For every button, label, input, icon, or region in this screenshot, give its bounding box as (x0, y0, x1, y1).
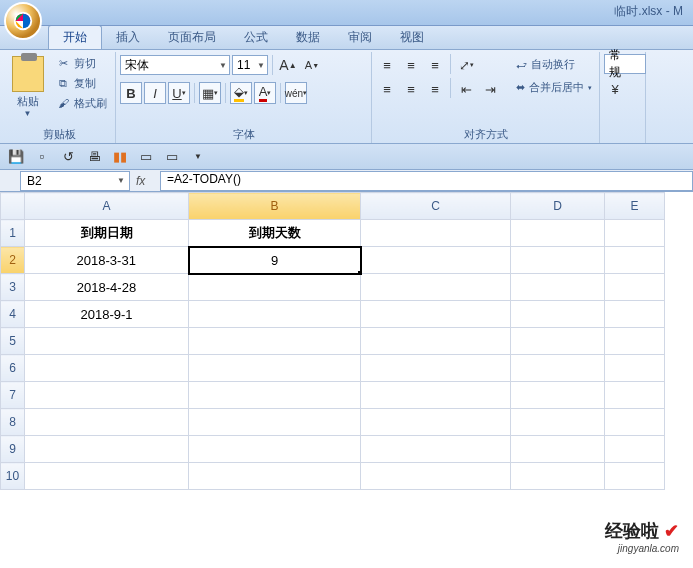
align-center-button[interactable]: ≡ (400, 78, 422, 100)
cell-B3[interactable] (189, 274, 361, 301)
tab-review[interactable]: 审阅 (334, 26, 386, 49)
cell-D7[interactable] (511, 382, 605, 409)
qat-button[interactable]: ↺ (58, 147, 78, 167)
select-all-corner[interactable] (1, 193, 25, 220)
cell-D8[interactable] (511, 409, 605, 436)
fill-color-button[interactable]: ⬙▾ (230, 82, 252, 104)
cell-B7[interactable] (189, 382, 361, 409)
cell-C4[interactable] (361, 301, 511, 328)
col-header-A[interactable]: A (25, 193, 189, 220)
tab-formula[interactable]: 公式 (230, 26, 282, 49)
cell-A2[interactable]: 2018-3-31 (25, 247, 189, 274)
row-header-10[interactable]: 10 (1, 463, 25, 490)
cell-B8[interactable] (189, 409, 361, 436)
qat-misc-button[interactable]: ▭ (136, 147, 156, 167)
print-button[interactable]: 🖶 (84, 147, 104, 167)
cell-A8[interactable] (25, 409, 189, 436)
cell-A6[interactable] (25, 355, 189, 382)
row-header-6[interactable]: 6 (1, 355, 25, 382)
borders-button[interactable]: ▦▾ (199, 82, 221, 104)
cell-B9[interactable] (189, 436, 361, 463)
decrease-indent-button[interactable]: ⇤ (455, 78, 477, 100)
cell-E1[interactable] (605, 220, 665, 247)
increase-indent-button[interactable]: ⇥ (479, 78, 501, 100)
cell-D1[interactable] (511, 220, 605, 247)
cell-B10[interactable] (189, 463, 361, 490)
cell-E5[interactable] (605, 328, 665, 355)
cell-D6[interactable] (511, 355, 605, 382)
cell-E8[interactable] (605, 409, 665, 436)
cell-B2[interactable]: 9 (189, 247, 361, 274)
wrap-text-button[interactable]: ⮐自动换行 (511, 54, 597, 75)
align-left-button[interactable]: ≡ (376, 78, 398, 100)
qat-misc2-button[interactable]: ▭ (162, 147, 182, 167)
cell-A1[interactable]: 到期日期 (25, 220, 189, 247)
worksheet-grid[interactable]: A B C D E 1 到期日期 到期天数 2 2018-3-31 9 3 20… (0, 192, 693, 490)
cell-E7[interactable] (605, 382, 665, 409)
cell-B1[interactable]: 到期天数 (189, 220, 361, 247)
align-middle-button[interactable]: ≡ (400, 54, 422, 76)
font-color-button[interactable]: A▾ (254, 82, 276, 104)
fx-icon[interactable]: fx (136, 174, 154, 188)
shrink-font-button[interactable]: A▼ (301, 54, 323, 76)
grow-font-button[interactable]: A▲ (277, 54, 299, 76)
cell-E2[interactable] (605, 247, 665, 274)
merge-center-button[interactable]: ⬌合并后居中▾ (511, 77, 597, 98)
align-bottom-button[interactable]: ≡ (424, 54, 446, 76)
save-button[interactable]: 💾 (6, 147, 26, 167)
row-header-2[interactable]: 2 (1, 247, 25, 274)
paste-button[interactable]: 粘贴 ▼ (8, 54, 47, 126)
row-header-1[interactable]: 1 (1, 220, 25, 247)
cell-A7[interactable] (25, 382, 189, 409)
font-name-combo[interactable]: 宋体▼ (120, 55, 230, 75)
italic-button[interactable]: I (144, 82, 166, 104)
cell-C7[interactable] (361, 382, 511, 409)
align-right-button[interactable]: ≡ (424, 78, 446, 100)
cell-D10[interactable] (511, 463, 605, 490)
cell-C5[interactable] (361, 328, 511, 355)
font-size-combo[interactable]: 11▼ (232, 55, 268, 75)
number-format-combo[interactable]: 常规 (604, 54, 646, 74)
new-button[interactable]: ▫ (32, 147, 52, 167)
cell-D9[interactable] (511, 436, 605, 463)
cell-A5[interactable] (25, 328, 189, 355)
cell-E6[interactable] (605, 355, 665, 382)
cell-C10[interactable] (361, 463, 511, 490)
chart-button[interactable]: ▮▮ (110, 147, 130, 167)
row-header-5[interactable]: 5 (1, 328, 25, 355)
row-header-8[interactable]: 8 (1, 409, 25, 436)
cell-E9[interactable] (605, 436, 665, 463)
cell-D5[interactable] (511, 328, 605, 355)
col-header-C[interactable]: C (361, 193, 511, 220)
underline-button[interactable]: U▾ (168, 82, 190, 104)
tab-layout[interactable]: 页面布局 (154, 26, 230, 49)
orientation-button[interactable]: ⤢▾ (455, 54, 477, 76)
cell-A4[interactable]: 2018-9-1 (25, 301, 189, 328)
row-header-3[interactable]: 3 (1, 274, 25, 301)
cell-C9[interactable] (361, 436, 511, 463)
row-header-4[interactable]: 4 (1, 301, 25, 328)
tab-data[interactable]: 数据 (282, 26, 334, 49)
tab-home[interactable]: 开始 (48, 25, 102, 49)
cell-E3[interactable] (605, 274, 665, 301)
col-header-E[interactable]: E (605, 193, 665, 220)
cell-B5[interactable] (189, 328, 361, 355)
tab-insert[interactable]: 插入 (102, 26, 154, 49)
phonetic-button[interactable]: wén▾ (285, 82, 307, 104)
cell-D4[interactable] (511, 301, 605, 328)
cut-button[interactable]: ✂剪切 (51, 54, 111, 72)
cell-E4[interactable] (605, 301, 665, 328)
format-painter-button[interactable]: 🖌格式刷 (51, 94, 111, 112)
cell-C1[interactable] (361, 220, 511, 247)
cell-D3[interactable] (511, 274, 605, 301)
col-header-B[interactable]: B (189, 193, 361, 220)
cell-C6[interactable] (361, 355, 511, 382)
cell-A3[interactable]: 2018-4-28 (25, 274, 189, 301)
office-button[interactable] (4, 2, 42, 40)
col-header-D[interactable]: D (511, 193, 605, 220)
tab-view[interactable]: 视图 (386, 26, 438, 49)
cell-C2[interactable] (361, 247, 511, 274)
currency-button[interactable]: ¥ (604, 78, 626, 100)
formula-bar[interactable]: =A2-TODAY() (160, 171, 693, 191)
align-top-button[interactable]: ≡ (376, 54, 398, 76)
